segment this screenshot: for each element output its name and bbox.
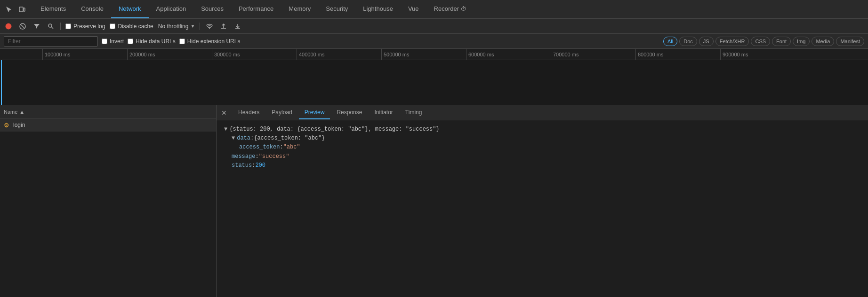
- disable-cache-checkbox[interactable]: Disable cache: [110, 23, 153, 30]
- timeline-mark: 700000 ms: [551, 49, 579, 60]
- request-type-icon: ⚙: [4, 122, 9, 129]
- timeline-ruler: 100000 ms200000 ms300000 ms400000 ms5000…: [0, 49, 868, 60]
- timeline-mark: 600000 ms: [466, 49, 494, 60]
- json-access-token-key: access_token: [239, 143, 280, 152]
- detail-tab-headers[interactable]: Headers: [233, 106, 265, 119]
- toolbar-divider-2: [200, 23, 200, 30]
- search-button[interactable]: [46, 22, 56, 31]
- timeline-cursor: [1, 60, 2, 105]
- json-message-value: "success": [259, 152, 289, 161]
- timeline: 100000 ms200000 ms300000 ms400000 ms5000…: [0, 49, 868, 105]
- throttle-arrow-icon: ▼: [190, 23, 195, 29]
- nav-tab-lighthouse[interactable]: Lighthouse: [355, 0, 401, 18]
- timeline-body: [0, 60, 868, 105]
- json-data-key: data: [237, 134, 250, 143]
- json-root-summary: {status: 200, data: {access_token: "abc"…: [229, 125, 439, 134]
- filter-btn-doc[interactable]: Doc: [679, 37, 697, 46]
- nav-tab-network[interactable]: Network: [111, 0, 149, 18]
- nav-tabs: Elements Console Network Application Sou…: [33, 0, 474, 18]
- json-access-token-value: "abc": [283, 143, 300, 152]
- invert-checkbox[interactable]: Invert: [102, 38, 124, 45]
- clear-button[interactable]: [18, 22, 27, 31]
- recorder-icon: ⏱: [461, 6, 466, 12]
- wifi-icon[interactable]: [205, 22, 214, 31]
- svg-point-7: [209, 28, 210, 29]
- download-icon[interactable]: [233, 22, 242, 31]
- preserve-log-checkbox[interactable]: Preserve log: [65, 23, 105, 30]
- nav-icons: [4, 4, 27, 15]
- svg-line-6: [52, 27, 54, 29]
- filter-btn-media[interactable]: Media: [812, 37, 834, 46]
- svg-point-2: [6, 23, 11, 29]
- sort-arrow-icon: ▲: [19, 109, 24, 115]
- filter-bar: Invert Hide data URLs Hide extension URL…: [0, 34, 868, 49]
- main-content: Name ▲ ⚙ login ✕ Headers Payload Preview…: [0, 105, 868, 297]
- hide-ext-urls-input[interactable]: [179, 39, 185, 44]
- request-name-label: login: [13, 122, 25, 128]
- throttle-select[interactable]: No throttling ▼: [158, 23, 195, 30]
- detail-tab-preview[interactable]: Preview: [299, 106, 330, 119]
- nav-tab-security[interactable]: Security: [318, 0, 355, 18]
- detail-tab-response[interactable]: Response: [331, 106, 368, 119]
- upload-icon[interactable]: [219, 22, 228, 31]
- nav-tab-application[interactable]: Application: [149, 0, 194, 18]
- invert-input[interactable]: [102, 39, 107, 44]
- filter-btn-img[interactable]: Img: [793, 37, 810, 46]
- nav-tab-vue[interactable]: Vue: [401, 0, 426, 18]
- nav-tab-performance[interactable]: Performance: [231, 0, 281, 18]
- filter-btn-manifest[interactable]: Manifest: [836, 37, 864, 46]
- toolbar-divider-1: [60, 23, 61, 30]
- filter-type-buttons: All Doc JS Fetch/XHR CSS Font Img Media …: [663, 37, 864, 46]
- json-access-token-line: access_token : "abc": [239, 143, 860, 152]
- timeline-mark: 200000 ms: [127, 49, 155, 60]
- filter-btn-js[interactable]: JS: [699, 37, 714, 46]
- device-toolbar-icon[interactable]: [17, 4, 27, 15]
- request-list-header: Name ▲: [0, 105, 216, 118]
- toolbar: Preserve log Disable cache No throttling…: [0, 19, 868, 34]
- timeline-mark: 400000 ms: [297, 49, 324, 60]
- nav-tab-memory[interactable]: Memory: [281, 0, 318, 18]
- cursor-tool-icon[interactable]: [4, 4, 14, 15]
- timeline-mark: 300000 ms: [212, 49, 240, 60]
- nav-tab-elements[interactable]: Elements: [33, 0, 73, 18]
- json-message-line: message : "success": [232, 152, 860, 161]
- request-list-panel: Name ▲ ⚙ login: [0, 105, 217, 297]
- hide-data-urls-checkbox[interactable]: Hide data URLs: [128, 38, 176, 45]
- record-button[interactable]: [4, 22, 13, 31]
- nav-tab-sources[interactable]: Sources: [193, 0, 231, 18]
- json-root-toggle[interactable]: ▼: [224, 125, 227, 134]
- json-status-line: status : 200: [232, 161, 860, 170]
- json-data-toggle[interactable]: ▼: [232, 134, 235, 143]
- json-data-summary: {access_token: "abc"}: [254, 134, 325, 143]
- svg-point-5: [48, 24, 52, 27]
- detail-tab-payload[interactable]: Payload: [266, 106, 297, 119]
- hide-ext-urls-checkbox[interactable]: Hide extension URLs: [179, 38, 241, 45]
- request-item[interactable]: ⚙ login: [0, 118, 216, 132]
- svg-rect-0: [19, 7, 23, 12]
- nav-tab-console[interactable]: Console: [73, 0, 111, 18]
- svg-line-4: [21, 25, 24, 28]
- filter-input[interactable]: [4, 36, 98, 47]
- timeline-mark: 100000 ms: [42, 49, 70, 60]
- json-message-key: message: [232, 152, 255, 161]
- top-nav: Elements Console Network Application Sou…: [0, 0, 868, 19]
- json-root-line: ▼ {status: 200, data: {access_token: "ab…: [224, 125, 860, 134]
- hide-data-urls-input[interactable]: [128, 39, 133, 44]
- close-panel-button[interactable]: ✕: [218, 107, 230, 118]
- nav-tab-recorder[interactable]: Recorder ⏱: [426, 0, 474, 18]
- filter-btn-all[interactable]: All: [663, 37, 677, 46]
- filter-icon[interactable]: [32, 22, 41, 31]
- filter-btn-css[interactable]: CSS: [751, 37, 770, 46]
- preserve-log-input[interactable]: [65, 23, 71, 29]
- timeline-mark: 900000 ms: [720, 49, 748, 60]
- json-status-value: 200: [255, 161, 265, 170]
- json-data-line: ▼ data : {access_token: "abc"}: [232, 134, 860, 143]
- detail-tab-initiator[interactable]: Initiator: [369, 106, 398, 119]
- json-preview: ▼ {status: 200, data: {access_token: "ab…: [217, 120, 868, 297]
- timeline-mark: 800000 ms: [635, 49, 663, 60]
- timeline-mark: 500000 ms: [381, 49, 409, 60]
- detail-tab-timing[interactable]: Timing: [400, 106, 428, 119]
- filter-btn-fetch-xhr[interactable]: Fetch/XHR: [715, 37, 749, 46]
- filter-btn-font[interactable]: Font: [772, 37, 791, 46]
- disable-cache-input[interactable]: [110, 23, 115, 29]
